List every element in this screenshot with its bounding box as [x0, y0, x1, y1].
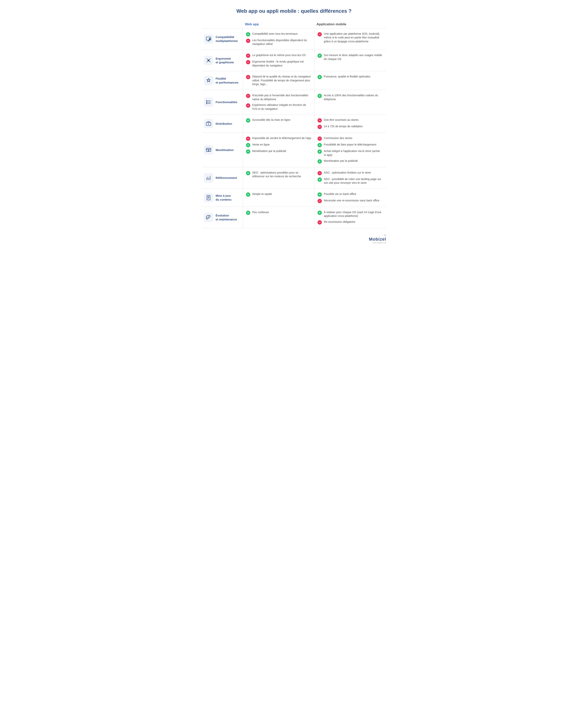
category-cell-compatibilite: Compatibilitémultiplateforme: [202, 28, 243, 50]
evolution-icon: [204, 213, 213, 222]
plus-badge: [318, 149, 322, 154]
minus-badge: [246, 53, 250, 58]
category-cell-referencement: Référencement: [202, 167, 243, 189]
column-headers: Web app Application mobile: [243, 22, 386, 26]
list-item: Nécessite une re-soumission sans back of…: [318, 199, 383, 203]
compatibilite-icon: [204, 34, 213, 44]
list-item: Possibilité de faire payer le télécharge…: [318, 143, 383, 147]
svg-point-11: [206, 102, 207, 103]
list-item: Commission des stores: [318, 136, 383, 141]
list-item: Monétisation par la publicité: [318, 159, 383, 164]
category-cell-miseajour: Mise à jourdu contenu: [202, 189, 243, 207]
table-row: MonétisationImpossible de vendre le télé…: [202, 133, 386, 167]
item-text: Sur-mesure et donc adaptés aux usages mo…: [324, 53, 383, 61]
list-item: Compatibilité avec tous les terminaux: [246, 32, 311, 36]
minus-badge: [246, 75, 250, 79]
list-item: SEO : optimisations possibles pour se ré…: [246, 171, 311, 179]
item-text: 24 à 72h de temps de validation: [324, 124, 363, 128]
plus-badge: [246, 210, 250, 215]
minus-badge: [318, 32, 322, 36]
webapp-cell-ergonomie: Le graphisme est le même pour tous les O…: [243, 50, 314, 71]
plus-badge: [318, 178, 322, 182]
item-text: Achat intégré à l'application via le sto…: [324, 149, 383, 157]
mobile-cell-miseajour: Possible via un back-officeNécessite une…: [314, 189, 386, 207]
table-row: DistributionAccessible dès la mise en li…: [202, 115, 386, 133]
svg-point-17: [208, 150, 209, 151]
logo-tagline: Think Mobile First: [202, 242, 386, 244]
item-text: Commission des stores: [324, 136, 352, 140]
list-item: Une application par plateforme (iOS, And…: [318, 32, 383, 44]
table-row: Fluiditéet performancesDépend de la qual…: [202, 71, 386, 90]
list-item: Doit être soumises au stores: [318, 118, 383, 123]
minus-badge: [246, 136, 250, 141]
list-item: Possible via un back-office: [318, 192, 383, 197]
webapp-column-header: Web app: [243, 22, 314, 26]
list-item: Sur-mesure et donc adaptés aux usages mo…: [318, 53, 383, 61]
list-item: Impossible de vendre le téléchargement d…: [246, 136, 311, 141]
minus-badge: [318, 125, 322, 129]
category-cell-monetisation: Monétisation: [202, 133, 243, 167]
plus-badge: [318, 192, 322, 197]
category-cell-evolution: Évolutionet maintenance: [202, 207, 243, 228]
minus-badge: [318, 220, 322, 225]
item-text: À réaliser pour chaque OS (sauf s'il s'a…: [324, 210, 383, 218]
item-text: Possible via un back-office: [324, 192, 356, 196]
category-label-referencement: Référencement: [216, 176, 237, 180]
item-text: ASO : optimisation limitées sur le store: [324, 171, 371, 175]
list-item: Les fonctionnalités disponibles dépenden…: [246, 38, 311, 46]
plus-badge: [246, 143, 250, 147]
item-text: Les fonctionnalités disponibles dépenden…: [252, 38, 311, 46]
webapp-cell-monetisation: Impossible de vendre le téléchargement d…: [243, 133, 314, 167]
table-row: Mise à jourdu contenuSimple et rapidePos…: [202, 189, 386, 207]
item-text: Re-soumission obligatoire: [324, 220, 355, 224]
webapp-cell-evolution: Peu coûteuse: [243, 207, 314, 228]
mobile-cell-compatibilite: Une application par plateforme (iOS, And…: [314, 28, 386, 50]
item-text: N'accède pas à l'ensemble des fonctionna…: [252, 93, 311, 101]
list-item: 24 à 72h de temps de validation: [318, 124, 383, 129]
list-item: Vente en ligne: [246, 143, 311, 147]
minus-badge: [318, 136, 322, 141]
item-text: Peu coûteuse: [252, 210, 269, 214]
item-text: Expérience utilisateur inégale en foncti…: [252, 103, 311, 111]
category-cell-ergonomie: Ergonomieet graphisme: [202, 50, 243, 71]
webapp-cell-fluidite: Dépend de la qualité du réseau et du nav…: [243, 71, 314, 90]
list-item: Dépend de la qualité du réseau et du nav…: [246, 75, 311, 86]
svg-rect-22: [207, 195, 210, 200]
list-item: ASO : optimisation limitées sur le store: [318, 171, 383, 175]
plus-badge: [246, 118, 250, 123]
mobile-cell-fonctionnalites: Accès à 100% des fonctionnalités natives…: [314, 90, 386, 114]
distribution-icon: [204, 119, 213, 128]
category-label-monetisation: Monétisation: [216, 148, 234, 152]
comparison-table: CompatibilitémultiplateformeCompatibilit…: [202, 28, 386, 228]
plus-badge: [318, 94, 322, 98]
svg-rect-3: [209, 38, 210, 40]
minus-badge: [246, 39, 250, 43]
item-text: Dépend de la qualité du réseau et du nav…: [252, 75, 311, 86]
category-label-ergonomie: Ergonomieet graphisme: [216, 57, 234, 64]
item-text: Ergonomie limitée : le rendu graphique e…: [252, 60, 311, 68]
category-label-evolution: Évolutionet maintenance: [216, 213, 237, 221]
item-text: Doit être soumises au stores: [324, 118, 359, 122]
svg-point-10: [206, 101, 207, 101]
category-label-miseajour: Mise à jourdu contenu: [216, 194, 232, 201]
minus-badge: [318, 118, 322, 123]
mobile-column-header: Application mobile: [314, 22, 386, 26]
list-item: Simple et rapide: [246, 192, 311, 197]
item-text: Le graphisme est le même pour tous les O…: [252, 53, 306, 57]
plus-badge: [318, 143, 322, 147]
svg-point-12: [206, 103, 207, 104]
webapp-cell-referencement: SEO : optimisations possibles pour se ré…: [243, 167, 314, 189]
table-row: CompatibilitémultiplateformeCompatibilit…: [202, 28, 386, 50]
list-item: Expérience utilisateur inégale en foncti…: [246, 103, 311, 111]
webapp-cell-distribution: Accessible dès la mise en ligne: [243, 115, 314, 133]
mobile-cell-ergonomie: Sur-mesure et donc adaptés aux usages mo…: [314, 50, 386, 71]
table-row: RéférencementSEO : optimisations possibl…: [202, 167, 386, 189]
item-text: Monétisation par la publicité: [252, 149, 286, 153]
list-item: Re-soumission obligatoire: [318, 220, 383, 225]
category-label-compatibilite: Compatibilitémultiplateforme: [216, 35, 238, 43]
list-item: Accessible dès la mise en ligne: [246, 118, 311, 123]
plus-badge: [246, 171, 250, 175]
mobile-cell-distribution: Doit être soumises au stores24 à 72h de …: [314, 115, 386, 133]
category-label-fluidite: Fluiditéet performances: [216, 77, 239, 84]
minus-badge: [246, 94, 250, 98]
